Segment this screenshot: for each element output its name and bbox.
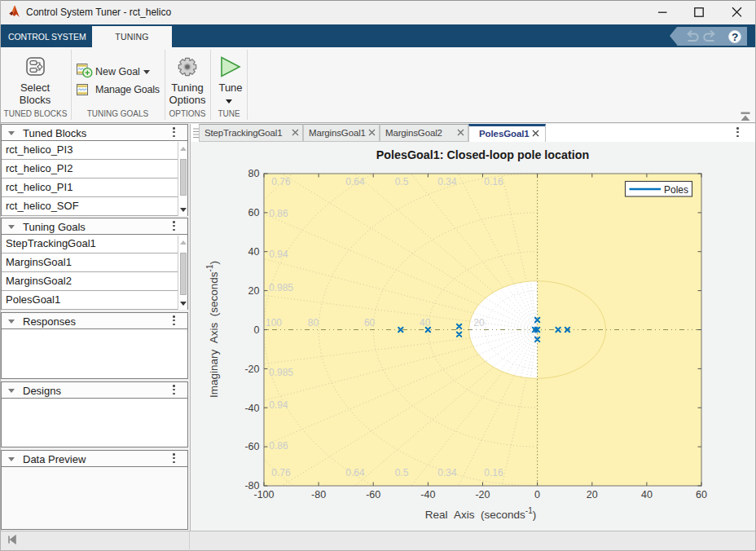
svg-text:80: 80 [308,317,319,328]
svg-text:40: 40 [420,317,431,328]
svg-text:100: 100 [266,317,282,328]
svg-text:0.5: 0.5 [395,467,409,478]
svg-text:-40: -40 [244,403,259,414]
svg-text:Imaginary Axis (seconds-1): Imaginary Axis (seconds-1) [205,261,220,398]
svg-text:40: 40 [248,246,260,258]
svg-text:0.76: 0.76 [271,176,291,187]
svg-text:0.34: 0.34 [437,467,457,478]
svg-text:PolesGoal1: Closed-loop pole l: PolesGoal1: Closed-loop pole location [376,148,589,161]
svg-text:0.16: 0.16 [484,467,503,478]
svg-text:-20: -20 [244,364,259,375]
svg-text:0.985: 0.985 [269,282,293,293]
svg-text:20: 20 [248,285,260,297]
svg-text:20: 20 [587,489,598,500]
svg-text:Real Axis (seconds-1): Real Axis (seconds-1) [425,506,536,521]
svg-text:Poles: Poles [664,184,688,196]
svg-text:0.34: 0.34 [437,176,457,187]
svg-text:-80: -80 [244,480,259,491]
svg-text:0.64: 0.64 [345,176,365,187]
svg-text:-60: -60 [366,489,380,500]
svg-text:-20: -20 [475,489,490,500]
svg-text:?: ? [732,31,738,43]
svg-text:0: 0 [534,489,540,500]
svg-text:-40: -40 [420,489,435,500]
svg-text:0.76: 0.76 [271,467,291,478]
svg-text:0: 0 [254,324,260,336]
svg-text:60: 60 [364,317,376,328]
svg-text:-60: -60 [244,441,259,452]
svg-text:40: 40 [641,489,653,500]
svg-text:60: 60 [248,207,260,218]
svg-text:-80: -80 [311,489,326,500]
svg-text:20: 20 [473,317,485,328]
svg-text:0.94: 0.94 [269,399,288,411]
svg-text:0.5: 0.5 [395,176,409,187]
svg-text:80: 80 [248,168,260,179]
svg-text:0.64: 0.64 [345,467,365,478]
svg-text:0.985: 0.985 [269,367,293,378]
svg-text:0.16: 0.16 [484,176,503,187]
svg-text:60: 60 [696,489,707,500]
svg-text:0.86: 0.86 [269,208,288,219]
svg-text:0.94: 0.94 [269,249,288,260]
svg-text:0.86: 0.86 [269,440,288,452]
